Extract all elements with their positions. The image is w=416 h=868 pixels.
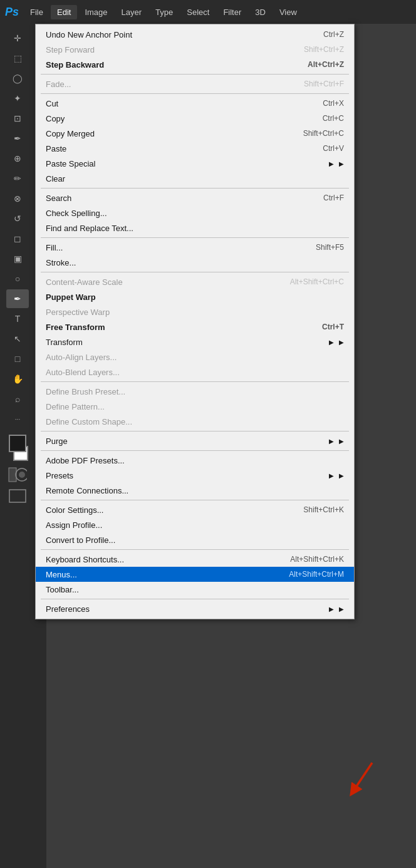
menu-item-adobe-pdf[interactable]: Adobe PDF Presets...: [36, 453, 354, 468]
menu-item-search-shortcut: Ctrl+F: [323, 194, 344, 202]
menu-item-presets[interactable]: Presets ▶: [36, 468, 354, 483]
tool-lasso[interactable]: ◯: [6, 69, 29, 88]
tool-crop[interactable]: ⊡: [6, 109, 29, 128]
menu-item-clear-label: Clear: [46, 174, 331, 183]
tool-eyedropper[interactable]: ✒: [6, 129, 29, 148]
menu-item-toolbar-label: Toolbar...: [46, 585, 331, 594]
separator-1: [41, 74, 349, 75]
menu-item-fade-shortcut: Shift+Ctrl+F: [304, 80, 344, 88]
tool-move[interactable]: ✛: [6, 29, 29, 48]
menu-item-menus-shortcut: Alt+Shift+Ctrl+M: [289, 570, 344, 579]
menu-item-preferences-label: Preferences: [46, 604, 314, 614]
menu-item-puppet-warp[interactable]: Puppet Warp: [36, 289, 354, 304]
menu-item-undo[interactable]: Undo New Anchor Point Ctrl+Z: [36, 27, 354, 42]
tool-extra[interactable]: ···: [6, 410, 29, 428]
menu-item-search[interactable]: Search Ctrl+F: [36, 190, 354, 205]
tool-path-select[interactable]: ↖: [6, 329, 29, 348]
menu-item-find-replace-label: Find and Replace Text...: [46, 224, 331, 233]
menu-item-auto-blend[interactable]: Auto-Blend Layers...: [36, 364, 354, 380]
menu-item-check-spelling[interactable]: Check Spelling...: [36, 205, 354, 220]
svg-line-5: [353, 763, 372, 791]
menu-item-color-settings[interactable]: Color Settings... Shift+Ctrl+K: [36, 502, 354, 517]
menu-item-copy-merged[interactable]: Copy Merged Shift+Ctrl+C: [36, 126, 354, 141]
tool-brush[interactable]: ✏: [6, 169, 29, 188]
menu-3d[interactable]: 3D: [249, 5, 272, 19]
menu-item-convert-profile[interactable]: Convert to Profile...: [36, 532, 354, 547]
menu-item-convert-profile-label: Convert to Profile...: [46, 535, 331, 545]
menu-item-paste-special[interactable]: Paste Special ▶: [36, 156, 354, 171]
menu-item-find-replace[interactable]: Find and Replace Text...: [36, 220, 354, 235]
tool-history[interactable]: ↺: [6, 209, 29, 228]
menu-item-assign-profile-label: Assign Profile...: [46, 520, 331, 530]
menu-item-keyboard-shortcuts-label: Keyboard Shortcuts...: [46, 555, 278, 564]
menu-item-content-aware-scale-shortcut: Alt+Shift+Ctrl+C: [290, 277, 344, 286]
menu-item-purge[interactable]: Purge ▶: [36, 433, 354, 448]
menu-view[interactable]: View: [273, 5, 303, 19]
menu-item-perspective-warp[interactable]: Perspective Warp: [36, 304, 354, 319]
menu-item-define-shape[interactable]: Define Custom Shape...: [36, 414, 354, 429]
separator-7: [41, 431, 349, 431]
menu-item-paste-label: Paste: [46, 144, 310, 153]
menu-type[interactable]: Type: [149, 5, 179, 19]
menu-item-paste[interactable]: Paste Ctrl+V: [36, 141, 354, 156]
menu-item-check-spelling-label: Check Spelling...: [46, 209, 331, 218]
foreground-color[interactable]: [9, 435, 26, 452]
menu-item-fill-label: Fill...: [46, 243, 303, 252]
tool-healing[interactable]: ⊕: [6, 149, 29, 168]
arrow-indicator: [335, 757, 378, 802]
tool-magic-wand[interactable]: ✦: [6, 89, 29, 108]
menu-layer[interactable]: Layer: [115, 5, 148, 19]
menu-item-fill[interactable]: Fill... Shift+F5: [36, 240, 354, 255]
tool-clone[interactable]: ⊗: [6, 189, 29, 208]
menu-item-define-brush-label: Define Brush Preset...: [46, 387, 331, 396]
tool-pen[interactable]: ✒: [6, 289, 29, 308]
menu-item-clear[interactable]: Clear: [36, 171, 354, 186]
tool-gradient[interactable]: ▣: [6, 249, 29, 268]
menu-item-toolbar[interactable]: Toolbar...: [36, 582, 354, 597]
menu-item-step-forward[interactable]: Step Forward Shift+Ctrl+Z: [36, 42, 354, 57]
menu-item-paste-special-label: Paste Special: [46, 159, 314, 168]
tool-text[interactable]: T: [6, 309, 29, 328]
menu-item-content-aware-scale[interactable]: Content-Aware Scale Alt+Shift+Ctrl+C: [36, 274, 354, 289]
menu-item-keyboard-shortcuts[interactable]: Keyboard Shortcuts... Alt+Shift+Ctrl+K: [36, 552, 354, 567]
menu-filter[interactable]: Filter: [217, 5, 247, 19]
menu-image[interactable]: Image: [78, 5, 113, 19]
menu-item-copy[interactable]: Copy Ctrl+C: [36, 111, 354, 126]
separator-9: [41, 500, 349, 500]
tool-eraser[interactable]: ◻: [6, 229, 29, 248]
menu-item-perspective-warp-label: Perspective Warp: [46, 307, 331, 317]
menu-item-assign-profile[interactable]: Assign Profile...: [36, 517, 354, 532]
menu-item-copy-merged-shortcut: Shift+Ctrl+C: [303, 129, 344, 138]
menu-item-remote-connections[interactable]: Remote Connections...: [36, 483, 354, 498]
edit-dropdown-menu: Undo New Anchor Point Ctrl+Z Step Forwar…: [35, 24, 355, 619]
menu-item-fade[interactable]: Fade... Shift+Ctrl+F: [36, 76, 354, 91]
tool-shape[interactable]: □: [6, 349, 29, 368]
tool-quick-mask[interactable]: [8, 467, 27, 484]
menu-edit[interactable]: Edit: [51, 5, 77, 19]
tool-dodge[interactable]: ○: [6, 269, 29, 288]
menu-item-menus[interactable]: Menus... Alt+Shift+Ctrl+M: [36, 567, 354, 582]
menu-item-free-transform-label: Free Transform: [46, 323, 309, 332]
menu-file[interactable]: File: [24, 5, 49, 19]
menu-item-undo-shortcut: Ctrl+Z: [323, 30, 344, 39]
menu-item-step-backward[interactable]: Step Backward Alt+Ctrl+Z: [36, 57, 354, 72]
menu-item-define-pattern[interactable]: Define Pattern...: [36, 399, 354, 414]
tool-hand[interactable]: ✋: [6, 369, 29, 388]
menu-item-stroke[interactable]: Stroke...: [36, 255, 354, 270]
tool-marquee[interactable]: ⬚: [6, 49, 29, 68]
menu-item-preferences[interactable]: Preferences ▶: [36, 601, 354, 616]
separator-4: [41, 237, 349, 238]
menu-item-transform[interactable]: Transform ▶: [36, 334, 354, 349]
menu-item-cut[interactable]: Cut Ctrl+X: [36, 96, 354, 111]
tool-screen-mode[interactable]: [9, 489, 26, 505]
menu-item-step-forward-shortcut: Shift+Ctrl+Z: [304, 45, 344, 54]
tool-zoom[interactable]: ⌕: [6, 390, 29, 408]
ps-logo: Ps: [5, 6, 19, 19]
menu-item-define-brush[interactable]: Define Brush Preset...: [36, 384, 354, 399]
menu-item-free-transform[interactable]: Free Transform Ctrl+T: [36, 319, 354, 334]
menu-item-color-settings-shortcut: Shift+Ctrl+K: [303, 505, 344, 514]
menu-item-auto-align[interactable]: Auto-Align Layers...: [36, 349, 354, 364]
menu-item-step-backward-shortcut: Alt+Ctrl+Z: [308, 60, 344, 69]
menu-select[interactable]: Select: [180, 5, 216, 19]
menu-item-auto-align-label: Auto-Align Layers...: [46, 353, 331, 362]
